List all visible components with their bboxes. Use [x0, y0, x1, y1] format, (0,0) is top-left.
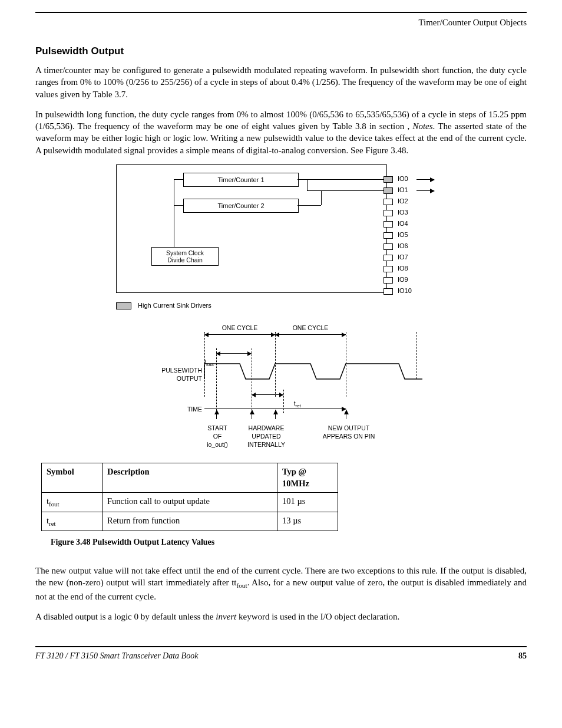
- para-2: In pulsewidth long function, the duty cy…: [35, 108, 527, 156]
- time-label: TIME: [169, 405, 202, 413]
- io-label-2: IO2: [398, 197, 408, 206]
- io-pin-5: [384, 232, 393, 239]
- tret-sub: ret: [296, 403, 301, 409]
- table-row: tret Return from function 13 µs: [42, 512, 338, 531]
- bottom-rule: [35, 646, 527, 651]
- time-arrow-icon: [204, 409, 346, 409]
- io-pin-9: [384, 277, 393, 284]
- start-label: START OF io_out(): [200, 424, 235, 449]
- para-4b: keyword is used in the I/O object declar…: [236, 612, 399, 621]
- section-title: Pulsewidth Output: [35, 45, 527, 58]
- timer-counter-1-box: Timer/Counter 1: [183, 173, 299, 187]
- io-label-4: IO4: [398, 219, 408, 228]
- table-row: tfout Function call to output update 101…: [42, 493, 338, 512]
- wire: [174, 205, 183, 206]
- cell-desc-1: Return from function: [103, 512, 277, 531]
- newout-label: NEW OUTPUT APPEARS ON PIN: [316, 424, 381, 440]
- top-rule: [35, 12, 527, 13]
- sub0: fout: [49, 500, 59, 508]
- tret-arrow-icon: [252, 394, 283, 395]
- io-label-8: IO8: [398, 264, 408, 273]
- up2-arrow-icon: [252, 410, 252, 419]
- io-pin-6: [384, 243, 393, 250]
- io-pin-8: [384, 266, 393, 272]
- cell-typ-0: 101 µs: [277, 493, 338, 512]
- up3-arrow-icon: [275, 410, 276, 419]
- io-label-6: IO6: [398, 242, 408, 251]
- footer: FT 3120 / FT 3150 Smart Transceiver Data…: [35, 651, 527, 662]
- io-pin-7: [384, 255, 393, 261]
- io-pin-4: [384, 221, 393, 228]
- para-3-sub: fout: [237, 582, 247, 589]
- latency-table: Symbol Description Typ @ 10MHz tfout Fun…: [41, 463, 338, 531]
- para-4: A disabled output is a logic 0 by defaul…: [35, 611, 527, 622]
- table-header-row: Symbol Description Typ @ 10MHz: [42, 463, 338, 492]
- legend: High Current Sink Drivers: [116, 301, 211, 310]
- page-number: 85: [518, 651, 527, 662]
- timer-counter-2-box: Timer/Counter 2: [183, 199, 299, 213]
- wire: [297, 205, 321, 206]
- io-label-1: IO1: [398, 186, 408, 195]
- wire: [297, 179, 384, 180]
- block-diagram: Timer/Counter 1 Timer/Counter 2 System C…: [116, 164, 446, 312]
- cell-desc-0: Function call to output update: [103, 493, 277, 512]
- io-label-3: IO3: [398, 208, 408, 217]
- io-label-0: IO0: [398, 174, 408, 183]
- io-pin-0: [384, 176, 393, 183]
- tret-label: tret: [287, 391, 301, 418]
- running-header: Timer/Counter Output Objects: [35, 17, 527, 28]
- wire: [307, 179, 308, 190]
- wire: [174, 179, 183, 180]
- up4-arrow-icon: [346, 410, 346, 419]
- invert-keyword: invert: [216, 612, 236, 621]
- th-symbol: Symbol: [42, 463, 103, 492]
- timing-diagram: ONE CYCLE ONE CYCLE tfout PULSEWIDTH OUT…: [128, 320, 434, 456]
- para-4a: A disabled output is a logic 0 by defaul…: [35, 612, 216, 621]
- io-label-10: IO10: [398, 286, 412, 295]
- th-description: Description: [103, 463, 277, 492]
- io-label-9: IO9: [398, 275, 408, 284]
- tret-right-dash: [283, 390, 284, 413]
- para-3: The new output value will not take effec…: [35, 565, 527, 602]
- legend-label: High Current Sink Drivers: [138, 302, 211, 309]
- system-clock-box: System Clock Divide Chain: [151, 247, 219, 266]
- wire: [307, 190, 384, 191]
- th-typ: Typ @ 10MHz: [277, 463, 338, 492]
- io-label-5: IO5: [398, 230, 408, 239]
- cell-sym-0: tfout: [42, 493, 103, 512]
- io-pin-1: [384, 187, 393, 194]
- io-pin-10: [384, 288, 393, 295]
- io1-arrow-icon: [416, 190, 434, 191]
- cell-sym-1: tret: [42, 512, 103, 531]
- io-pin-2: [384, 199, 393, 205]
- figure-caption: Figure 3.48 Pulsewidth Output Latency Va…: [51, 537, 527, 548]
- io-label-7: IO7: [398, 253, 408, 262]
- io-pin-3: [384, 210, 393, 216]
- notes-ref: Notes: [412, 121, 432, 131]
- cell-typ-1: 13 µs: [277, 512, 338, 531]
- io0-arrow-icon: [416, 179, 434, 180]
- para-1: A timer/counter may be configured to gen…: [35, 64, 527, 100]
- hw-label: HARDWARE UPDATED INTERNALLY: [241, 424, 292, 449]
- up1-arrow-icon: [216, 410, 217, 419]
- wire: [174, 179, 174, 247]
- sub1: ret: [49, 520, 55, 527]
- legend-swatch-icon: [116, 302, 131, 309]
- wire: [321, 190, 322, 205]
- footer-title: FT 3120 / FT 3150 Smart Transceiver Data…: [35, 651, 198, 662]
- pw-output-label: PULSEWIDTH OUTPUT: [141, 366, 202, 383]
